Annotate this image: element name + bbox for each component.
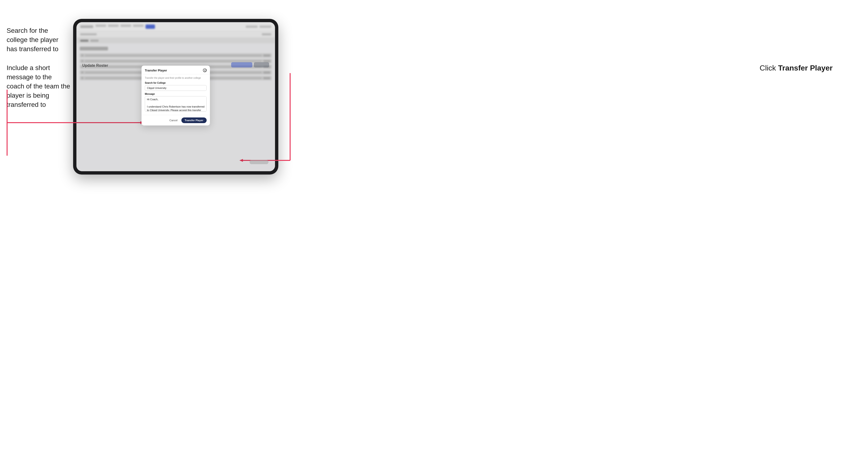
modal-title: Transfer Player: [145, 68, 167, 72]
tablet-frame: Update Roster Transfer Player ✕ Transfer…: [73, 19, 278, 175]
modal-header: Transfer Player ✕: [142, 66, 210, 74]
annotation-text-2: Include a short message to the coach of …: [7, 63, 70, 110]
annotation-right-bold: Transfer Player: [778, 64, 833, 72]
tablet-screen: Update Roster Transfer Player ✕ Transfer…: [76, 22, 275, 171]
annotation-text-1: Search for the college the player has tr…: [7, 26, 70, 54]
message-textarea[interactable]: [145, 96, 207, 112]
modal-close-button[interactable]: ✕: [203, 68, 207, 72]
annotation-left: Search for the college the player has tr…: [7, 26, 70, 119]
transfer-player-button[interactable]: Transfer Player: [181, 118, 207, 123]
annotation-right-prefix: Click: [760, 64, 778, 72]
message-label: Message: [145, 93, 207, 95]
modal-body: Transfer the player and their profile to…: [142, 74, 210, 115]
annotation-right: Click Transfer Player: [760, 64, 833, 72]
cancel-button[interactable]: Cancel: [167, 118, 179, 123]
search-college-input[interactable]: [145, 85, 207, 91]
transfer-player-modal: Transfer Player ✕ Transfer the player an…: [142, 66, 210, 125]
search-college-label: Search for College: [145, 82, 207, 84]
modal-subtitle: Transfer the player and their profile to…: [145, 76, 207, 79]
modal-footer: Cancel Transfer Player: [142, 115, 210, 125]
